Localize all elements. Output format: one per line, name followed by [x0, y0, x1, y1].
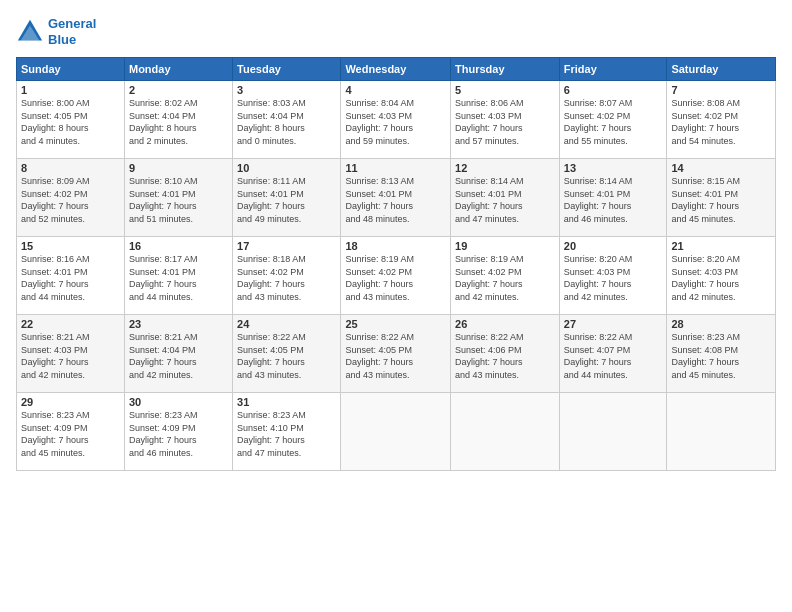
day-info: Sunrise: 8:13 AM Sunset: 4:01 PM Dayligh… — [345, 175, 446, 225]
calendar-cell: 29Sunrise: 8:23 AM Sunset: 4:09 PM Dayli… — [17, 393, 125, 471]
day-number: 2 — [129, 84, 228, 96]
col-tuesday: Tuesday — [233, 58, 341, 81]
day-number: 29 — [21, 396, 120, 408]
calendar-cell: 6Sunrise: 8:07 AM Sunset: 4:02 PM Daylig… — [559, 81, 667, 159]
day-info: Sunrise: 8:19 AM Sunset: 4:02 PM Dayligh… — [345, 253, 446, 303]
logo-icon — [16, 18, 44, 46]
col-wednesday: Wednesday — [341, 58, 451, 81]
day-info: Sunrise: 8:06 AM Sunset: 4:03 PM Dayligh… — [455, 97, 555, 147]
calendar-cell: 26Sunrise: 8:22 AM Sunset: 4:06 PM Dayli… — [451, 315, 560, 393]
day-number: 4 — [345, 84, 446, 96]
day-info: Sunrise: 8:23 AM Sunset: 4:08 PM Dayligh… — [671, 331, 771, 381]
calendar-week-5: 29Sunrise: 8:23 AM Sunset: 4:09 PM Dayli… — [17, 393, 776, 471]
calendar-week-2: 8Sunrise: 8:09 AM Sunset: 4:02 PM Daylig… — [17, 159, 776, 237]
calendar-cell: 1Sunrise: 8:00 AM Sunset: 4:05 PM Daylig… — [17, 81, 125, 159]
calendar-cell: 2Sunrise: 8:02 AM Sunset: 4:04 PM Daylig… — [124, 81, 232, 159]
day-number: 28 — [671, 318, 771, 330]
calendar-cell: 3Sunrise: 8:03 AM Sunset: 4:04 PM Daylig… — [233, 81, 341, 159]
calendar-cell: 10Sunrise: 8:11 AM Sunset: 4:01 PM Dayli… — [233, 159, 341, 237]
calendar-cell: 4Sunrise: 8:04 AM Sunset: 4:03 PM Daylig… — [341, 81, 451, 159]
col-monday: Monday — [124, 58, 232, 81]
calendar-cell — [667, 393, 776, 471]
calendar-cell: 11Sunrise: 8:13 AM Sunset: 4:01 PM Dayli… — [341, 159, 451, 237]
calendar-cell: 22Sunrise: 8:21 AM Sunset: 4:03 PM Dayli… — [17, 315, 125, 393]
calendar-cell: 7Sunrise: 8:08 AM Sunset: 4:02 PM Daylig… — [667, 81, 776, 159]
day-info: Sunrise: 8:10 AM Sunset: 4:01 PM Dayligh… — [129, 175, 228, 225]
calendar-cell: 25Sunrise: 8:22 AM Sunset: 4:05 PM Dayli… — [341, 315, 451, 393]
col-thursday: Thursday — [451, 58, 560, 81]
day-info: Sunrise: 8:22 AM Sunset: 4:07 PM Dayligh… — [564, 331, 663, 381]
day-number: 10 — [237, 162, 336, 174]
day-info: Sunrise: 8:16 AM Sunset: 4:01 PM Dayligh… — [21, 253, 120, 303]
day-number: 6 — [564, 84, 663, 96]
day-number: 7 — [671, 84, 771, 96]
col-saturday: Saturday — [667, 58, 776, 81]
calendar-week-1: 1Sunrise: 8:00 AM Sunset: 4:05 PM Daylig… — [17, 81, 776, 159]
day-info: Sunrise: 8:22 AM Sunset: 4:05 PM Dayligh… — [345, 331, 446, 381]
calendar-cell: 13Sunrise: 8:14 AM Sunset: 4:01 PM Dayli… — [559, 159, 667, 237]
calendar-week-4: 22Sunrise: 8:21 AM Sunset: 4:03 PM Dayli… — [17, 315, 776, 393]
day-number: 16 — [129, 240, 228, 252]
day-info: Sunrise: 8:22 AM Sunset: 4:06 PM Dayligh… — [455, 331, 555, 381]
day-info: Sunrise: 8:07 AM Sunset: 4:02 PM Dayligh… — [564, 97, 663, 147]
calendar-cell: 21Sunrise: 8:20 AM Sunset: 4:03 PM Dayli… — [667, 237, 776, 315]
day-info: Sunrise: 8:21 AM Sunset: 4:04 PM Dayligh… — [129, 331, 228, 381]
day-number: 15 — [21, 240, 120, 252]
day-info: Sunrise: 8:00 AM Sunset: 4:05 PM Dayligh… — [21, 97, 120, 147]
page: General Blue Sunday Monday Tuesday Wedne… — [0, 0, 792, 612]
calendar-table: Sunday Monday Tuesday Wednesday Thursday… — [16, 57, 776, 471]
calendar-cell — [559, 393, 667, 471]
calendar-cell: 23Sunrise: 8:21 AM Sunset: 4:04 PM Dayli… — [124, 315, 232, 393]
calendar-cell: 20Sunrise: 8:20 AM Sunset: 4:03 PM Dayli… — [559, 237, 667, 315]
day-number: 27 — [564, 318, 663, 330]
day-number: 14 — [671, 162, 771, 174]
calendar-cell — [341, 393, 451, 471]
col-friday: Friday — [559, 58, 667, 81]
day-number: 8 — [21, 162, 120, 174]
day-info: Sunrise: 8:23 AM Sunset: 4:10 PM Dayligh… — [237, 409, 336, 459]
calendar-cell — [451, 393, 560, 471]
calendar-cell: 15Sunrise: 8:16 AM Sunset: 4:01 PM Dayli… — [17, 237, 125, 315]
col-sunday: Sunday — [17, 58, 125, 81]
day-info: Sunrise: 8:03 AM Sunset: 4:04 PM Dayligh… — [237, 97, 336, 147]
calendar-cell: 9Sunrise: 8:10 AM Sunset: 4:01 PM Daylig… — [124, 159, 232, 237]
day-info: Sunrise: 8:09 AM Sunset: 4:02 PM Dayligh… — [21, 175, 120, 225]
day-number: 26 — [455, 318, 555, 330]
day-number: 17 — [237, 240, 336, 252]
day-info: Sunrise: 8:23 AM Sunset: 4:09 PM Dayligh… — [21, 409, 120, 459]
logo-text: General Blue — [48, 16, 96, 47]
day-info: Sunrise: 8:15 AM Sunset: 4:01 PM Dayligh… — [671, 175, 771, 225]
day-number: 23 — [129, 318, 228, 330]
calendar-cell: 16Sunrise: 8:17 AM Sunset: 4:01 PM Dayli… — [124, 237, 232, 315]
day-info: Sunrise: 8:02 AM Sunset: 4:04 PM Dayligh… — [129, 97, 228, 147]
day-info: Sunrise: 8:04 AM Sunset: 4:03 PM Dayligh… — [345, 97, 446, 147]
day-number: 31 — [237, 396, 336, 408]
header: General Blue — [16, 16, 776, 47]
day-info: Sunrise: 8:23 AM Sunset: 4:09 PM Dayligh… — [129, 409, 228, 459]
day-number: 12 — [455, 162, 555, 174]
day-info: Sunrise: 8:18 AM Sunset: 4:02 PM Dayligh… — [237, 253, 336, 303]
calendar-cell: 19Sunrise: 8:19 AM Sunset: 4:02 PM Dayli… — [451, 237, 560, 315]
calendar-cell: 5Sunrise: 8:06 AM Sunset: 4:03 PM Daylig… — [451, 81, 560, 159]
day-number: 5 — [455, 84, 555, 96]
day-number: 9 — [129, 162, 228, 174]
calendar-cell: 14Sunrise: 8:15 AM Sunset: 4:01 PM Dayli… — [667, 159, 776, 237]
day-number: 30 — [129, 396, 228, 408]
day-number: 19 — [455, 240, 555, 252]
calendar-cell: 28Sunrise: 8:23 AM Sunset: 4:08 PM Dayli… — [667, 315, 776, 393]
calendar-cell: 17Sunrise: 8:18 AM Sunset: 4:02 PM Dayli… — [233, 237, 341, 315]
day-info: Sunrise: 8:20 AM Sunset: 4:03 PM Dayligh… — [671, 253, 771, 303]
calendar-cell: 24Sunrise: 8:22 AM Sunset: 4:05 PM Dayli… — [233, 315, 341, 393]
calendar-header-row: Sunday Monday Tuesday Wednesday Thursday… — [17, 58, 776, 81]
day-number: 18 — [345, 240, 446, 252]
day-info: Sunrise: 8:14 AM Sunset: 4:01 PM Dayligh… — [564, 175, 663, 225]
day-number: 13 — [564, 162, 663, 174]
calendar-cell: 27Sunrise: 8:22 AM Sunset: 4:07 PM Dayli… — [559, 315, 667, 393]
day-info: Sunrise: 8:11 AM Sunset: 4:01 PM Dayligh… — [237, 175, 336, 225]
day-number: 22 — [21, 318, 120, 330]
calendar-cell: 8Sunrise: 8:09 AM Sunset: 4:02 PM Daylig… — [17, 159, 125, 237]
calendar-cell: 18Sunrise: 8:19 AM Sunset: 4:02 PM Dayli… — [341, 237, 451, 315]
day-number: 11 — [345, 162, 446, 174]
logo: General Blue — [16, 16, 96, 47]
day-number: 20 — [564, 240, 663, 252]
